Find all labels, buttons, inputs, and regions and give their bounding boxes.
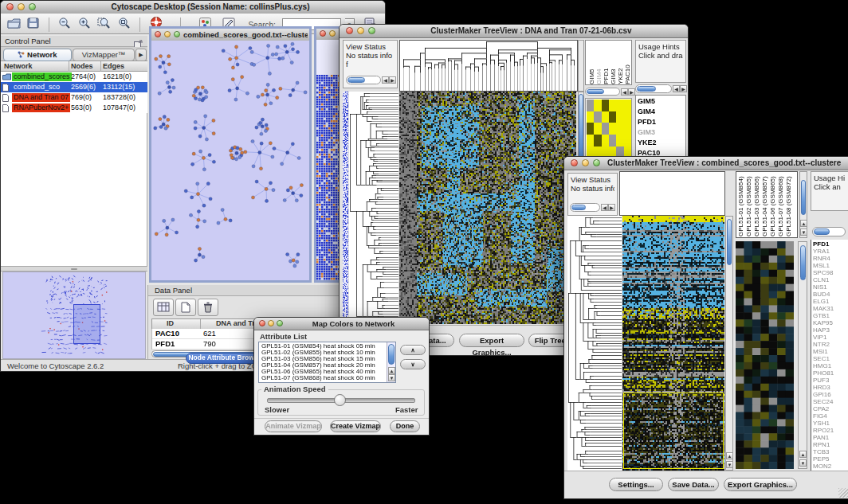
tab-network[interactable]: Network [3, 49, 72, 61]
tv2-gene-label[interactable]: ELG1 [811, 298, 848, 305]
tv1-zoom-hscrollbar[interactable] [585, 88, 620, 96]
overview-viewport-rect[interactable] [73, 304, 100, 344]
tv1-titlebar[interactable]: ClusterMaker TreeView : DNA and Tran 07-… [340, 25, 688, 38]
tv1-top-vscrollbar[interactable] [578, 40, 584, 92]
tab-vizmapper[interactable]: VizMapper™ [73, 49, 135, 61]
tv2-settings-button[interactable]: Settings... [609, 478, 663, 491]
maximize-icon[interactable] [368, 27, 375, 34]
zoom-heatmap-cell[interactable] [594, 100, 601, 111]
network-name[interactable]: combined_scores [12, 72, 72, 81]
tv1-global-overview-strip[interactable] [343, 92, 348, 324]
tv2-gene-label[interactable]: MSL1 [811, 262, 848, 269]
scroll-thumb[interactable] [800, 245, 806, 280]
tv1-column-label[interactable]: PFD1 [603, 41, 609, 84]
tv1-column-label[interactable]: GIM3 [610, 41, 616, 84]
scroll-up-arrow-icon[interactable]: ▲ [799, 451, 807, 458]
tv2-status-scrollbar[interactable] [570, 203, 600, 212]
tv1-column-label[interactable]: GIM5 [588, 41, 595, 84]
tv2-zoom-heatmap-canvas[interactable] [736, 241, 794, 469]
attribute-list-item[interactable]: GPL51-01 (GSM854) heat shock 05 min [260, 343, 386, 350]
zoom-heatmap-cell[interactable] [616, 111, 623, 123]
zoom-heatmap-cell[interactable] [602, 123, 609, 135]
network-view-titlebar[interactable]: combined_scores_good.txt--cluste... [151, 29, 309, 41]
zoom-heatmap-cell[interactable] [602, 135, 609, 147]
attribute-list-vscrollbar[interactable]: ▲ ▼ [387, 342, 395, 382]
tv2-export-graphics-button[interactable]: Export Graphics... [724, 478, 797, 491]
tv2-gene-label[interactable]: PUF3 [811, 377, 848, 384]
scroll-thumb[interactable] [587, 89, 604, 94]
zoom-heatmap-cell[interactable] [602, 111, 609, 123]
maximize-icon[interactable] [277, 320, 283, 326]
scroll-right-arrow-icon[interactable]: ▶ [389, 76, 396, 84]
network-list-empty[interactable] [1, 113, 147, 266]
move-up-button[interactable]: ∧ [400, 345, 426, 355]
close-icon[interactable] [259, 320, 265, 326]
dialog-titlebar[interactable]: Map Colors to Network [254, 318, 429, 330]
scroll-right-arrow-icon[interactable]: ▶ [608, 204, 615, 211]
tv2-column-label[interactable]: GPL51-06 (GSM865) [769, 173, 776, 236]
close-icon[interactable] [571, 159, 578, 166]
dialog-animate-vizmap-button[interactable]: Animate Vizmap [265, 420, 322, 432]
attribute-list-item[interactable]: GPL51-04 (GSM857) heat shock 20 min [260, 362, 386, 369]
data-col-id[interactable]: ID [167, 319, 174, 327]
scroll-down-arrow-icon[interactable]: ▼ [800, 229, 807, 236]
tv2-gene-label[interactable]: HRD3 [811, 384, 848, 391]
tv2-gene-label[interactable]: YSH1 [811, 420, 848, 427]
close-icon[interactable] [320, 30, 326, 37]
network-name[interactable]: combined_sco [12, 83, 61, 92]
scroll-thumb[interactable] [727, 219, 732, 265]
zoom-heatmap-cell[interactable] [616, 135, 623, 147]
tv2-gene-label[interactable]: CPA2 [811, 405, 848, 412]
maximize-icon[interactable] [174, 31, 180, 37]
tv2-gene-label[interactable]: RPN1 [811, 441, 848, 448]
zoom-heatmap-cell[interactable] [609, 100, 616, 111]
tv2-column-label[interactable]: GPL51-03 (GSM856) [753, 173, 760, 236]
tv2-gene-label[interactable]: SEC24 [811, 398, 848, 405]
zoom-heatmap-cell[interactable] [624, 135, 631, 147]
scroll-thumb[interactable] [814, 229, 830, 235]
tv2-column-label[interactable]: GPL51-04 (GSM857) [761, 173, 768, 236]
tv1-export-graphics-button[interactable]: Export Graphics... [459, 334, 524, 347]
scroll-thumb[interactable] [347, 77, 365, 83]
minimize-icon[interactable] [164, 31, 171, 37]
scroll-left-arrow-icon[interactable]: ◀ [382, 76, 389, 84]
network-table-row[interactable]: RNAPuberNov2+563(0)107847(0) [1, 103, 147, 113]
tv2-gene-label[interactable]: KAP95 [811, 319, 848, 326]
tv1-labels-hscrollbar[interactable] [635, 84, 672, 93]
close-icon[interactable] [6, 3, 14, 10]
scroll-right-arrow-icon[interactable]: ▶ [628, 88, 635, 96]
tv2-gene-label[interactable]: HMG1 [811, 362, 848, 369]
network-name[interactable]: DNA and Tran 07 [12, 93, 70, 102]
zoom-heatmap-cell[interactable] [609, 135, 616, 147]
zoom-heatmap-cell[interactable] [594, 135, 601, 147]
dialog-done-button[interactable]: Done [390, 420, 420, 432]
tv2-gene-label[interactable]: PEP5 [811, 455, 848, 463]
scroll-left-arrow-icon[interactable]: ◀ [621, 88, 628, 96]
tv2-column-label[interactable]: GPL51-07 (GSM868) [777, 173, 784, 236]
tv2-gene-label[interactable]: RNR4 [811, 255, 848, 262]
scroll-up-arrow-icon[interactable]: ▲ [726, 452, 733, 459]
close-icon[interactable] [346, 27, 353, 34]
tv1-gene-label[interactable]: YKE2 [636, 138, 685, 148]
tv2-column-label[interactable]: GPL51-02 (GSM855) [745, 173, 752, 236]
open-file-icon[interactable] [7, 14, 21, 35]
tv2-zoom-vscrollbar[interactable]: ▲ ▼ [798, 241, 807, 469]
tv2-gene-label[interactable]: HAP3 [811, 326, 848, 334]
close-icon[interactable] [155, 31, 161, 37]
tv2-gene-label[interactable]: MON2 [811, 463, 848, 470]
scroll-right-arrow-icon[interactable]: ▶ [680, 85, 687, 92]
tv2-gene-label[interactable]: YRA1 [811, 248, 848, 255]
scroll-thumb[interactable] [801, 180, 806, 215]
scroll-down-arrow-icon[interactable]: ▼ [799, 459, 807, 467]
scroll-thumb[interactable] [637, 86, 656, 92]
zoom-heatmap-cell[interactable] [587, 123, 594, 135]
zoom-heatmap-cell[interactable] [587, 111, 594, 123]
network-overview-panel[interactable] [2, 272, 146, 359]
scroll-left-arrow-icon[interactable]: ◀ [601, 204, 608, 211]
zoom-heatmap-cell[interactable] [609, 111, 616, 123]
scroll-down-arrow-icon[interactable]: ▼ [388, 374, 395, 381]
network-name[interactable]: RNAPuberNov2+ [12, 104, 70, 112]
zoom-heatmap-cell[interactable] [609, 123, 616, 135]
zoom-heatmap-cell[interactable] [624, 100, 631, 111]
zoom-heatmap-cell[interactable] [594, 123, 601, 135]
